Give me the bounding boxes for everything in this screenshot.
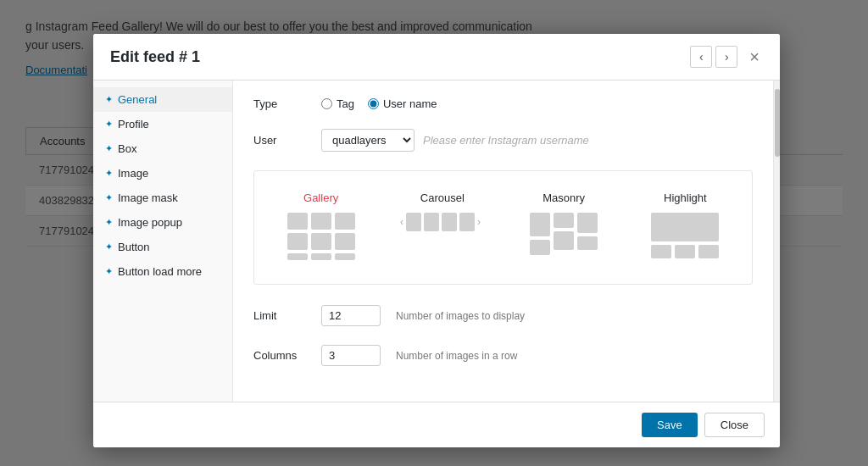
user-placeholder-text: Please enter Instagram username [423, 134, 589, 147]
layout-type-grid: Gallery Carousel [253, 170, 753, 285]
gallery-label: Gallery [303, 191, 338, 204]
carousel-thumbnail: ‹ › [400, 213, 485, 231]
save-button[interactable]: Save [642, 413, 698, 437]
columns-label: Columns [253, 349, 321, 362]
layout-card-highlight[interactable]: Highlight [629, 185, 742, 270]
box-icon: ✦ [105, 143, 113, 154]
limit-row: Limit Number of images to display [253, 305, 753, 326]
masonry-item [577, 236, 598, 250]
profile-icon: ✦ [105, 119, 113, 130]
image-icon: ✦ [105, 168, 113, 179]
radio-tag-label: Tag [337, 97, 354, 110]
sidebar-label-profile: Profile [118, 118, 149, 130]
user-controls: quadlayers Please enter Instagram userna… [321, 129, 753, 152]
carousel-item [424, 213, 439, 231]
radio-username-label: User name [383, 97, 437, 110]
sidebar-label-image-mask: Image mask [118, 191, 178, 204]
carousel-item [406, 213, 421, 231]
sidebar-label-button: Button [118, 241, 150, 253]
user-select[interactable]: quadlayers [321, 129, 415, 152]
columns-input[interactable] [321, 345, 381, 366]
radio-tag[interactable] [321, 98, 332, 109]
scrollbar-track [773, 80, 780, 402]
sidebar-item-general[interactable]: ✦ General [93, 87, 232, 112]
masonry-item [554, 231, 574, 250]
highlight-sub-image [675, 245, 695, 258]
columns-hint: Number of images in a row [396, 350, 517, 362]
thumb-cell [311, 213, 331, 230]
modal-header: Edit feed # 1 ‹ › × [93, 34, 780, 80]
radio-label-tag[interactable]: Tag [321, 97, 354, 110]
limit-hint: Number of images to display [396, 310, 525, 322]
limit-label: Limit [253, 309, 321, 322]
layout-card-carousel[interactable]: Carousel ‹ › [386, 185, 498, 270]
masonry-col [554, 213, 574, 250]
thumb-cell [287, 233, 308, 250]
masonry-item [577, 213, 598, 233]
modal-prev-button[interactable]: ‹ [690, 46, 712, 68]
user-label: User [253, 134, 321, 147]
carousel-label: Carousel [420, 191, 465, 204]
type-label: Type [253, 97, 321, 110]
thumb-cell [335, 233, 355, 250]
layout-card-masonry[interactable]: Masonry [508, 185, 620, 270]
edit-feed-modal: Edit feed # 1 ‹ › × ✦ General ✦ Profile … [93, 34, 780, 447]
radio-label-username[interactable]: User name [368, 97, 437, 110]
carousel-items [406, 213, 475, 231]
carousel-item [442, 213, 457, 231]
layout-card-gallery[interactable]: Gallery [264, 185, 377, 270]
close-button[interactable]: Close [704, 413, 765, 437]
button-load-more-icon: ✦ [105, 266, 113, 277]
sidebar-item-image[interactable]: ✦ Image [93, 161, 232, 186]
masonry-item [530, 213, 550, 236]
modal-next-button[interactable]: › [715, 46, 737, 68]
scrollbar-thumb[interactable] [775, 89, 780, 157]
sidebar-label-image-popup: Image popup [118, 216, 182, 229]
sidebar-item-button[interactable]: ✦ Button [93, 235, 232, 259]
modal-close-button[interactable]: × [744, 47, 765, 67]
radio-username[interactable] [368, 98, 379, 109]
sidebar-label-button-load-more: Button load more [118, 265, 202, 278]
sidebar-item-image-mask[interactable]: ✦ Image mask [93, 186, 232, 210]
highlight-main-image [651, 213, 719, 241]
thumb-cell [311, 233, 331, 250]
modal-footer: Save Close [93, 402, 780, 447]
carousel-left-arrow: ‹ [400, 216, 403, 228]
image-popup-icon: ✦ [105, 217, 113, 228]
thumb-cell [335, 253, 355, 260]
limit-input[interactable] [321, 305, 381, 326]
columns-row: Columns Number of images in a row [253, 345, 753, 366]
sidebar-item-profile[interactable]: ✦ Profile [93, 112, 232, 136]
sidebar-item-button-load-more[interactable]: ✦ Button load more [93, 259, 232, 284]
type-row: Type Tag User name [253, 97, 753, 110]
masonry-item [530, 240, 550, 255]
sidebar-label-box: Box [118, 142, 136, 155]
highlight-thumbnail [651, 213, 719, 258]
image-mask-icon: ✦ [105, 192, 113, 203]
limit-controls: Number of images to display [321, 305, 753, 326]
highlight-sub-image [698, 245, 719, 258]
sidebar-item-box[interactable]: ✦ Box [93, 136, 232, 161]
highlight-sub-image [651, 245, 671, 258]
masonry-col [530, 213, 550, 255]
carousel-item [459, 213, 475, 231]
user-row: User quadlayers Please enter Instagram u… [253, 129, 753, 152]
carousel-right-arrow: › [477, 216, 481, 228]
thumb-cell [311, 253, 331, 260]
type-radio-group: Tag User name [321, 97, 753, 110]
modal-sidebar: ✦ General ✦ Profile ✦ Box ✦ Image ✦ Imag… [93, 80, 233, 402]
sidebar-item-image-popup[interactable]: ✦ Image popup [93, 210, 232, 235]
masonry-item [554, 213, 574, 228]
columns-controls: Number of images in a row [321, 345, 753, 366]
button-icon: ✦ [105, 241, 113, 252]
thumb-cell [287, 213, 308, 230]
modal-body: ✦ General ✦ Profile ✦ Box ✦ Image ✦ Imag… [93, 80, 780, 402]
highlight-sub-row [651, 245, 719, 258]
masonry-label: Masonry [542, 191, 585, 204]
thumb-cell [287, 253, 308, 260]
sidebar-label-image: Image [118, 167, 148, 180]
gallery-thumbnail [287, 213, 355, 260]
wrench-icon: ✦ [105, 94, 113, 105]
masonry-col [577, 213, 598, 250]
thumb-cell [335, 213, 355, 230]
